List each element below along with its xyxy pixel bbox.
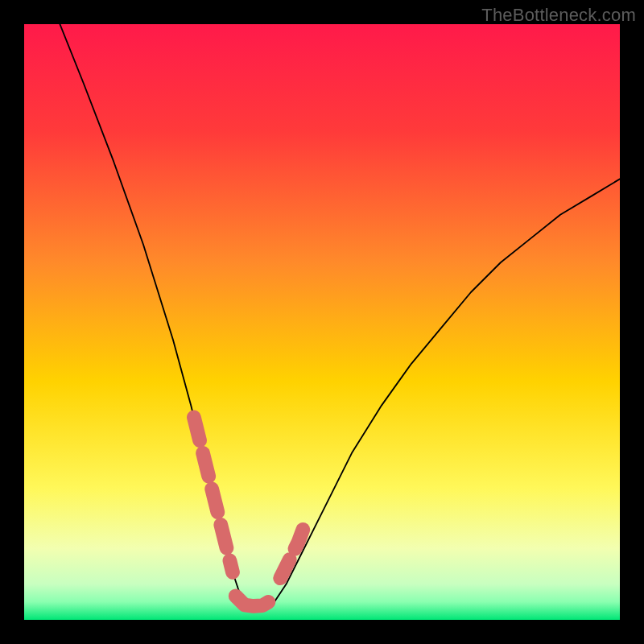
curve-layer	[24, 24, 620, 620]
highlight-valley-floor	[236, 596, 269, 606]
highlight-left-descent	[194, 417, 233, 572]
watermark-label: TheBottleneck.com	[481, 5, 636, 26]
plot-area	[24, 24, 620, 620]
chart-frame: TheBottleneck.com	[0, 0, 644, 644]
bottleneck-curve	[60, 24, 620, 608]
